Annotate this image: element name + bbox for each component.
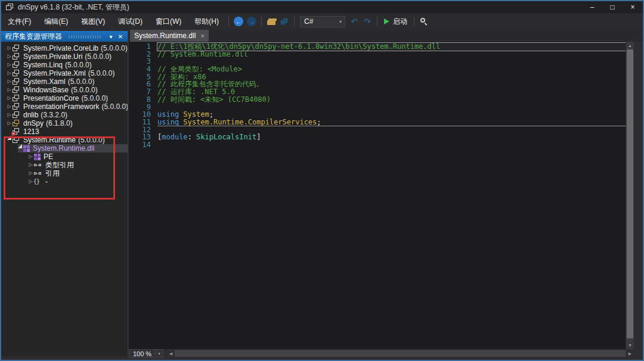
tree-item[interactable]: ▷引用 (1, 169, 128, 178)
expander-collapsed-icon[interactable]: ▷ (6, 69, 13, 77)
expander-collapsed-icon[interactable]: ▷ (27, 169, 34, 178)
tree-item[interactable]: ▷PresentationCore(5.0.0.0) (1, 94, 128, 102)
expander-collapsed-icon[interactable]: ▷ (6, 52, 13, 61)
code-line[interactable]: 13[module: SkipLocalsInit] (129, 133, 626, 141)
start-debugging-button[interactable]: 启动 (380, 15, 411, 28)
horizontal-scrollbar-thumb[interactable] (175, 350, 626, 357)
scroll-left-icon[interactable]: ◀ (167, 349, 175, 358)
assembly-icon (13, 86, 20, 94)
scroll-up-icon[interactable]: ▲ (626, 42, 634, 49)
redo-button[interactable]: ↷ (361, 15, 374, 28)
code-text: // 时间戳: <未知> (CC7B4080) (157, 96, 626, 104)
close-button[interactable]: × (623, 1, 643, 13)
code-text: // 全局类型: <Module> (157, 66, 626, 73)
tree-item[interactable]: ▷System.Private.Uri(5.0.0.0) (1, 52, 128, 61)
minimize-button[interactable]: – (582, 1, 602, 13)
expander-collapsed-icon[interactable]: ▷ (6, 102, 13, 111)
navigate-back-button[interactable]: ← (232, 15, 245, 28)
toolbar-separator (294, 17, 295, 26)
line-number: 4 (129, 66, 157, 73)
expander-collapsed-icon[interactable]: ▷ (6, 119, 13, 127)
tree-item-label: System.Linq (23, 61, 63, 69)
tree-item[interactable]: ×1213 (1, 127, 128, 136)
tab-system-runtime-dll[interactable]: System.Runtime.dll × (130, 30, 209, 42)
code-text: using System.Runtime.CompilerServices; (157, 119, 626, 126)
assembly-icon (13, 103, 20, 110)
tree-item[interactable]: ▷PresentationFramework(5.0.0.0) (1, 102, 128, 111)
scroll-down-icon[interactable]: ▼ (626, 341, 634, 349)
language-selector-value: C# (301, 17, 336, 26)
chevron-down-icon: ▾ (336, 17, 345, 27)
vertical-scrollbar[interactable]: ▲ ▼ (626, 42, 634, 349)
expander-expanded-icon[interactable] (6, 136, 13, 144)
panel-menu-button[interactable]: ▾ (106, 33, 116, 40)
tree-item[interactable]: ▷类型引用 (1, 161, 128, 169)
assembly-explorer-header[interactable]: 程序集资源管理器 ▾ ✕ (1, 31, 128, 42)
assembly-exe-icon (13, 120, 20, 127)
assembly-icon (13, 111, 20, 119)
save-all-button[interactable] (278, 15, 291, 28)
code-line[interactable]: 14 (129, 141, 626, 149)
drag-handle[interactable] (68, 35, 101, 39)
tree-item[interactable]: ▷System.Private.CoreLib(5.0.0.0) (1, 44, 128, 52)
tree-item[interactable]: System.Runtime(5.0.0.0) (1, 136, 128, 144)
expander-collapsed-icon[interactable]: ▷ (6, 61, 13, 69)
code-editor[interactable]: 1// E:\1投稿\1优化\dnSpy\dnSpy-net-6.1.8win3… (129, 42, 626, 349)
expander-collapsed-icon[interactable]: ▷ (27, 178, 34, 186)
expander-collapsed-icon[interactable]: ▷ (27, 153, 34, 161)
expander-collapsed-icon[interactable]: ▷ (6, 111, 13, 119)
expander-collapsed-icon[interactable]: ▷ (6, 94, 13, 102)
menu-file[interactable]: 文件(F) (1, 13, 38, 30)
tree-item-label: System.Private.Xml (23, 69, 86, 77)
search-button[interactable] (417, 15, 431, 28)
expander-expanded-icon[interactable] (17, 144, 23, 153)
assembly-icon (13, 61, 20, 69)
horizontal-scrollbar[interactable]: ◀ ▶ (166, 349, 634, 358)
save-all-icon (280, 18, 289, 25)
tree-item-version: (5.0.0.0) (65, 61, 92, 69)
vertical-scrollbar-thumb[interactable] (627, 49, 633, 338)
tree-item-label: System.Private.Uri (23, 52, 82, 61)
expander-collapsed-icon[interactable]: ▷ (27, 161, 34, 169)
tree-item[interactable]: ▷System.Private.Xml(5.0.0.0) (1, 69, 128, 77)
menu-help[interactable]: 帮助(H) (188, 13, 225, 30)
zoom-control[interactable]: 100 % ▾ (129, 349, 163, 358)
tree-item[interactable]: ▷{}- (1, 178, 128, 186)
tree-item[interactable]: System.Runtime.dll (1, 144, 128, 153)
open-button[interactable] (265, 15, 278, 28)
undo-button[interactable]: ↶ (348, 15, 361, 28)
menu-window[interactable]: 窗口(W) (149, 13, 188, 30)
menu-edit[interactable]: 编辑(E) (38, 13, 75, 30)
tree-item-label: dnSpy (23, 119, 44, 127)
panel-title: 程序集资源管理器 (5, 32, 62, 42)
app-icon (6, 4, 14, 11)
language-selector[interactable]: C# ▾ (300, 16, 345, 27)
line-number: 5 (129, 73, 157, 81)
code-line[interactable]: 2// System.Runtime.dll (129, 51, 626, 58)
chevron-down-icon[interactable]: ▾ (155, 351, 163, 356)
navigate-forward-button[interactable]: → (245, 15, 258, 28)
tab-close-icon[interactable]: × (200, 32, 204, 39)
tree-item[interactable]: ▷dnSpy(6.1.8.0) (1, 119, 128, 127)
window-title: dnSpy v6.1.8 (32-bit, .NET, 管理员) (18, 2, 129, 13)
expander-collapsed-icon[interactable]: ▷ (6, 86, 13, 94)
tree-item-label: System.Xaml (23, 77, 66, 86)
panel-close-button[interactable]: ✕ (116, 33, 125, 40)
code-line[interactable]: 8// 时间戳: <未知> (CC7B4080) (129, 96, 626, 104)
tree-item[interactable]: ▷WindowsBase(5.0.0.0) (1, 86, 128, 94)
tree-item-version: (5.0.0.0) (101, 44, 128, 52)
tree-item[interactable]: ▷dnlib(3.3.2.0) (1, 111, 128, 119)
line-number: 7 (129, 88, 157, 96)
code-line[interactable]: 11using System.Runtime.CompilerServices; (129, 119, 626, 126)
tree-item[interactable]: ▷System.Xaml(5.0.0.0) (1, 77, 128, 86)
menu-bar: 文件(F) 编辑(E) 视图(V) 调试(D) 窗口(W) 帮助(H) ← → … (1, 13, 643, 30)
expander-collapsed-icon[interactable]: ▷ (6, 44, 13, 52)
tree-item-version: (6.1.8.0) (46, 119, 73, 127)
tree-item-label: dnlib (23, 111, 38, 119)
menu-view[interactable]: 视图(V) (75, 13, 112, 30)
tree-item[interactable]: ▷System.Linq(5.0.0.0) (1, 61, 128, 69)
scroll-right-icon[interactable]: ▶ (626, 349, 634, 358)
menu-debug[interactable]: 调试(D) (112, 13, 149, 30)
expander-collapsed-icon[interactable]: ▷ (6, 77, 13, 86)
maximize-button[interactable]: □ (602, 1, 623, 13)
